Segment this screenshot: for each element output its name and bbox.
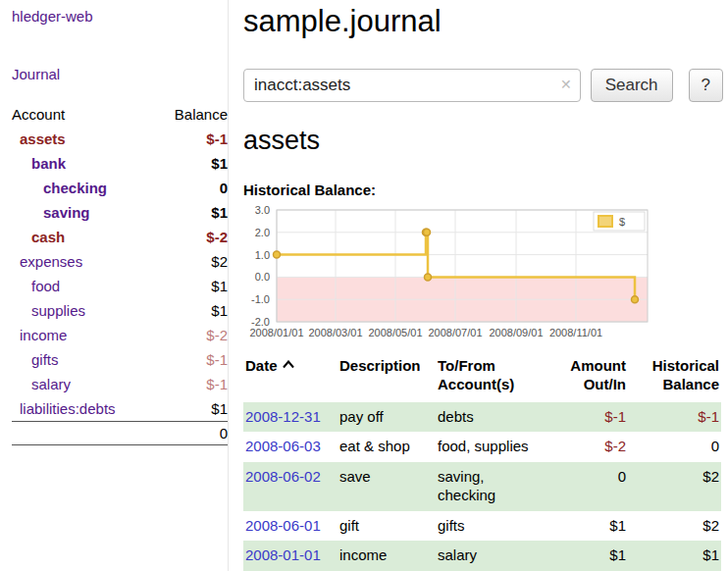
chart-title: Historical Balance: bbox=[243, 182, 723, 198]
date-header-label: Date bbox=[245, 357, 278, 376]
main-content: sample.journal ✕ Search ? assets Histori… bbox=[243, 0, 723, 571]
accounts-total-row: 0 bbox=[12, 421, 228, 445]
account-link-checking[interactable]: checking bbox=[12, 180, 107, 196]
svg-text:1.0: 1.0 bbox=[255, 249, 270, 261]
help-button[interactable]: ? bbox=[689, 69, 723, 102]
svg-text:2008/01/01: 2008/01/01 bbox=[249, 327, 303, 338]
svg-text:2008/05/01: 2008/05/01 bbox=[368, 327, 422, 338]
account-row: checking 0 bbox=[12, 176, 228, 200]
amount-column-header: Amount Out/In bbox=[553, 357, 628, 394]
account-row: supplies $1 bbox=[12, 298, 228, 323]
account-column-header: Account bbox=[12, 106, 65, 123]
transaction-amount: $1 bbox=[553, 516, 628, 536]
clear-search-icon[interactable]: ✕ bbox=[560, 77, 572, 92]
transaction-description: eat & shop bbox=[338, 437, 436, 456]
register-row: 2008-06-02 save saving, checking 0 $2 bbox=[243, 462, 721, 511]
svg-text:-1.0: -1.0 bbox=[251, 293, 270, 305]
description-column-header: Description bbox=[338, 357, 436, 394]
transaction-accounts: salary bbox=[436, 545, 553, 565]
transaction-balance: $-1 bbox=[628, 407, 721, 427]
account-link-assets[interactable]: assets bbox=[12, 130, 66, 147]
account-balance: $-1 bbox=[206, 376, 228, 392]
transaction-date-link[interactable]: 2008-06-03 bbox=[245, 438, 321, 454]
account-link-salary[interactable]: salary bbox=[12, 376, 71, 392]
account-balance: $-1 bbox=[206, 351, 228, 368]
account-balance: $2 bbox=[211, 253, 228, 270]
account-link-supplies[interactable]: supplies bbox=[12, 302, 85, 319]
transaction-accounts: gifts bbox=[436, 516, 553, 536]
account-link-saving[interactable]: saving bbox=[12, 204, 90, 221]
account-row: income $-2 bbox=[12, 323, 228, 347]
account-row: food $1 bbox=[12, 274, 228, 298]
journal-link[interactable]: Journal bbox=[12, 66, 228, 82]
transaction-date-link[interactable]: 2008-01-01 bbox=[245, 546, 321, 563]
svg-text:2008/03/01: 2008/03/01 bbox=[308, 327, 362, 338]
account-row: assets $-1 bbox=[12, 127, 228, 151]
account-balance: $-2 bbox=[206, 229, 228, 245]
balance-column-header: Balance bbox=[175, 106, 228, 123]
transaction-accounts: saving, checking bbox=[436, 467, 553, 505]
transaction-balance: $1 bbox=[628, 545, 721, 565]
search-input[interactable] bbox=[243, 69, 581, 102]
account-row: cash $-2 bbox=[12, 225, 228, 249]
account-balance: $1 bbox=[211, 302, 228, 319]
register-row: 2008-06-03 eat & shop food, supplies $-2… bbox=[243, 432, 721, 462]
register-row: 2008-12-31 pay off debts $-1 $-1 bbox=[243, 402, 721, 433]
register-row: 2008-06-01 gift gifts $1 $2 bbox=[243, 511, 721, 542]
date-column-header[interactable]: Date bbox=[243, 357, 338, 394]
account-link-bank[interactable]: bank bbox=[12, 155, 66, 172]
account-balance: $1 bbox=[211, 400, 228, 417]
account-link-income[interactable]: income bbox=[12, 327, 67, 343]
register-row: 2008-01-01 income salary $1 $1 bbox=[243, 541, 721, 571]
account-link-gifts[interactable]: gifts bbox=[12, 351, 59, 368]
account-balance: $-1 bbox=[206, 130, 228, 147]
accounts-total-value: 0 bbox=[220, 425, 228, 441]
account-column-header: To/From Account(s) bbox=[436, 357, 553, 394]
transaction-accounts: debts bbox=[436, 407, 553, 427]
app-title-link[interactable]: hledger-web bbox=[12, 8, 228, 25]
account-row: gifts $-1 bbox=[12, 347, 228, 372]
account-balance: $-2 bbox=[206, 327, 228, 343]
transaction-description: income bbox=[338, 545, 436, 565]
account-balance: 0 bbox=[220, 180, 228, 196]
svg-text:3.0: 3.0 bbox=[255, 204, 270, 216]
svg-text:$: $ bbox=[619, 216, 625, 228]
transaction-amount: 0 bbox=[553, 467, 628, 505]
account-row: expenses $2 bbox=[12, 249, 228, 274]
account-link-liabilities-debts[interactable]: liabilities:debts bbox=[12, 400, 116, 417]
account-row: liabilities:debts $1 bbox=[12, 396, 228, 421]
transaction-description: gift bbox=[338, 516, 436, 536]
svg-text:2008/09/01: 2008/09/01 bbox=[489, 327, 543, 338]
register-table: Date Description To/From Account(s) Amou… bbox=[243, 357, 721, 571]
account-balance: $1 bbox=[211, 278, 228, 294]
account-row: salary $-1 bbox=[12, 372, 228, 396]
account-row: saving $1 bbox=[12, 200, 228, 225]
account-balance: $1 bbox=[211, 155, 228, 172]
account-heading: assets bbox=[243, 126, 723, 156]
account-balance: $1 bbox=[211, 204, 228, 221]
transaction-amount: $-1 bbox=[553, 407, 628, 427]
account-link-cash[interactable]: cash bbox=[12, 229, 65, 245]
balance-chart: 3.02.01.00.0-1.0-2.02008/01/012008/03/01… bbox=[243, 204, 663, 341]
transaction-amount: $1 bbox=[553, 545, 628, 565]
svg-text:0.0: 0.0 bbox=[255, 271, 270, 283]
search-bar: ✕ Search ? bbox=[243, 69, 723, 102]
transaction-accounts: food, supplies bbox=[436, 437, 553, 456]
search-button[interactable]: Search bbox=[591, 69, 673, 102]
balance-column-header: Historical Balance bbox=[628, 357, 721, 394]
transaction-balance: 0 bbox=[628, 437, 721, 456]
account-link-expenses[interactable]: expenses bbox=[12, 253, 82, 270]
accounts-table: Account Balance assets $-1 bank $1 check… bbox=[12, 102, 228, 445]
transaction-balance: $2 bbox=[628, 516, 721, 536]
sort-ascending-icon bbox=[283, 360, 294, 369]
transaction-date-link[interactable]: 2008-06-01 bbox=[245, 517, 321, 534]
transaction-date-link[interactable]: 2008-12-31 bbox=[245, 408, 321, 425]
sidebar: hledger-web Journal Account Balance asse… bbox=[0, 0, 229, 571]
register-header: Date Description To/From Account(s) Amou… bbox=[243, 357, 721, 394]
account-row: bank $1 bbox=[12, 151, 228, 176]
accounts-table-header: Account Balance bbox=[12, 102, 228, 127]
account-link-food[interactable]: food bbox=[12, 278, 60, 294]
transaction-description: save bbox=[338, 467, 436, 505]
svg-text:2008/11/01: 2008/11/01 bbox=[549, 327, 602, 338]
transaction-date-link[interactable]: 2008-06-02 bbox=[245, 468, 321, 485]
